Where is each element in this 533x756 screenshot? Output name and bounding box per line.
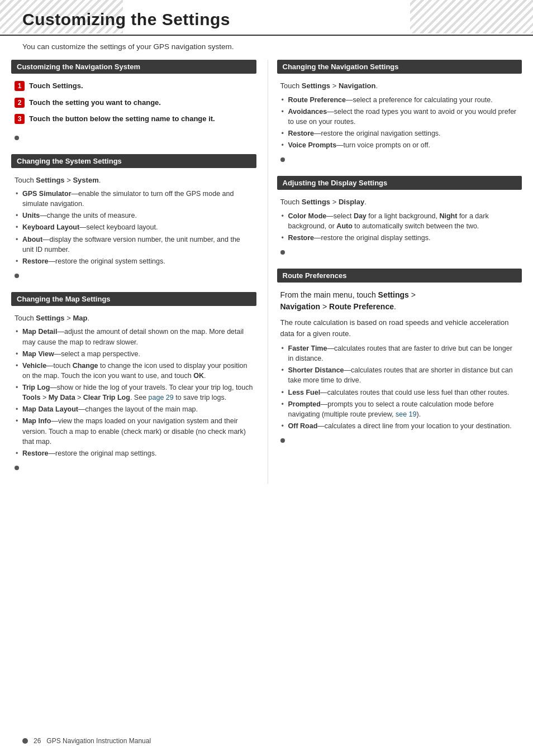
- system-settings-touch-line: Touch Settings > System.: [15, 175, 253, 186]
- section-nav-settings-header: Changing the Navigation Settings: [277, 60, 522, 74]
- section2-bullet: [15, 274, 19, 278]
- list-item: About—display the software version numbe…: [15, 235, 253, 255]
- nav-settings-touch-line: Touch Settings > Navigation.: [280, 80, 519, 92]
- step-2-text: Touch the setting you want to change.: [29, 97, 161, 108]
- section3-bullet: [15, 466, 19, 470]
- map-settings-list: Map Detail—adjust the amount of detail s…: [15, 327, 253, 458]
- list-item: Voice Prompts—turn voice prompts on or o…: [280, 140, 519, 150]
- step-1: 1 Touch Settings.: [15, 80, 253, 92]
- page-footer: 26 GPS Navigation Instruction Manual: [22, 737, 151, 745]
- step-2: 2 Touch the setting you want to change.: [15, 97, 253, 108]
- step-1-text: Touch Settings.: [29, 80, 83, 92]
- list-item: Avoidances—select the road types you wan…: [280, 107, 519, 127]
- list-item: Shorter Distance—calculates routes that …: [280, 365, 519, 385]
- list-item: Less Fuel—calculates routes that could u…: [280, 387, 519, 398]
- step-1-num: 1: [15, 81, 25, 91]
- page: Customizing the Settings You can customi…: [0, 0, 533, 756]
- section-customizing-nav: Customizing the Navigation System 1 Touc…: [11, 60, 256, 143]
- list-item: Restore—restore the original navigation …: [280, 128, 519, 138]
- left-column: Customizing the Navigation System 1 Touc…: [11, 60, 268, 484]
- list-item: Route Preference—select a preference for…: [280, 95, 519, 105]
- section-system-settings-body: Touch Settings > System. GPS Simulator—e…: [11, 173, 256, 270]
- list-item: Trip Log—show or hide the log of your tr…: [15, 382, 253, 403]
- step-2-num: 2: [15, 98, 25, 108]
- list-item: Map Data Layout—changes the layout of th…: [15, 404, 253, 414]
- step-3-text: Touch the button below the setting name …: [29, 113, 215, 125]
- list-item: Map Info—view the maps loaded on your na…: [15, 416, 253, 446]
- list-item: Units—change the units of measure.: [15, 210, 253, 221]
- list-item: Vehicle—touch Change to change the icon …: [15, 361, 253, 381]
- system-settings-list: GPS Simulator—enable the simulator to tu…: [15, 189, 253, 266]
- right-section1-bullet: [280, 157, 285, 162]
- section-system-settings: Changing the System Settings Touch Setti…: [11, 154, 256, 281]
- section-customizing-nav-header: Customizing the Navigation System: [11, 60, 256, 74]
- route-pref-intro: From the main menu, touch Settings > Nav…: [280, 289, 519, 313]
- section-route-preferences-body: From the main menu, touch Settings > Nav…: [277, 287, 522, 435]
- section-route-preferences: Route Preferences From the main menu, to…: [277, 269, 522, 446]
- section-display-settings-body: Touch Settings > Display. Color Mode—sel…: [277, 194, 522, 247]
- section-nav-settings: Changing the Navigation Settings Touch S…: [277, 60, 522, 165]
- step-3: 3 Touch the button below the setting nam…: [15, 113, 253, 125]
- list-item: Restore—restore the original system sett…: [15, 256, 253, 266]
- section-map-settings-header: Changing the Map Settings: [11, 292, 256, 306]
- list-item: GPS Simulator—enable the simulator to tu…: [15, 189, 253, 209]
- two-column-layout: Customizing the Navigation System 1 Touc…: [0, 60, 533, 484]
- list-item: Color Mode—select Day for a light backgr…: [280, 211, 519, 231]
- section-customizing-nav-body: 1 Touch Settings. 2 Touch the setting yo…: [11, 78, 256, 132]
- section-system-settings-header: Changing the System Settings: [11, 154, 256, 168]
- map-settings-touch-line: Touch Settings > Map.: [15, 313, 253, 324]
- display-settings-touch-line: Touch Settings > Display.: [280, 197, 519, 208]
- right-column: Changing the Navigation Settings Touch S…: [268, 60, 522, 484]
- section-display-settings-header: Adjusting the Display Settings: [277, 176, 522, 190]
- footer-circle: [22, 738, 28, 744]
- header-area: Customizing the Settings: [0, 0, 533, 36]
- list-item: Keyboard Layout—select keyboard layout.: [15, 222, 253, 232]
- page-title: Customizing the Settings: [22, 10, 511, 29]
- nav-settings-list: Route Preference—select a preference for…: [280, 95, 519, 151]
- display-settings-list: Color Mode—select Day for a light backgr…: [280, 211, 519, 243]
- footer-label: GPS Navigation Instruction Manual: [46, 737, 151, 745]
- list-item: Restore—restore the original map setting…: [15, 448, 253, 458]
- list-item: Map Detail—adjust the amount of detail s…: [15, 327, 253, 347]
- section-route-preferences-header: Route Preferences: [277, 269, 522, 283]
- section-display-settings: Adjusting the Display Settings Touch Set…: [277, 176, 522, 257]
- subtitle: You can customize the settings of your G…: [22, 42, 511, 51]
- section-nav-settings-body: Touch Settings > Navigation. Route Prefe…: [277, 78, 522, 154]
- section-map-settings-body: Touch Settings > Map. Map Detail—adjust …: [11, 310, 256, 462]
- right-section3-bullet: [280, 438, 285, 443]
- list-item: Map View—select a map perspective.: [15, 349, 253, 359]
- footer-page-num: 26: [34, 737, 41, 745]
- right-section2-bullet: [280, 250, 285, 255]
- section-map-settings: Changing the Map Settings Touch Settings…: [11, 292, 256, 473]
- route-calc-desc: The route calculation is based on road s…: [280, 317, 519, 339]
- list-item: Faster Time—calculates routes that are f…: [280, 343, 519, 363]
- list-item: Off Road—calculates a direct line from y…: [280, 421, 519, 431]
- step-3-num: 3: [15, 114, 25, 124]
- list-item: Prompted—prompts you to select a route c…: [280, 399, 519, 419]
- section1-bullet: [15, 136, 19, 140]
- list-item: Restore—restore the original display set…: [280, 233, 519, 243]
- route-preferences-list: Faster Time—calculates routes that are f…: [280, 343, 519, 431]
